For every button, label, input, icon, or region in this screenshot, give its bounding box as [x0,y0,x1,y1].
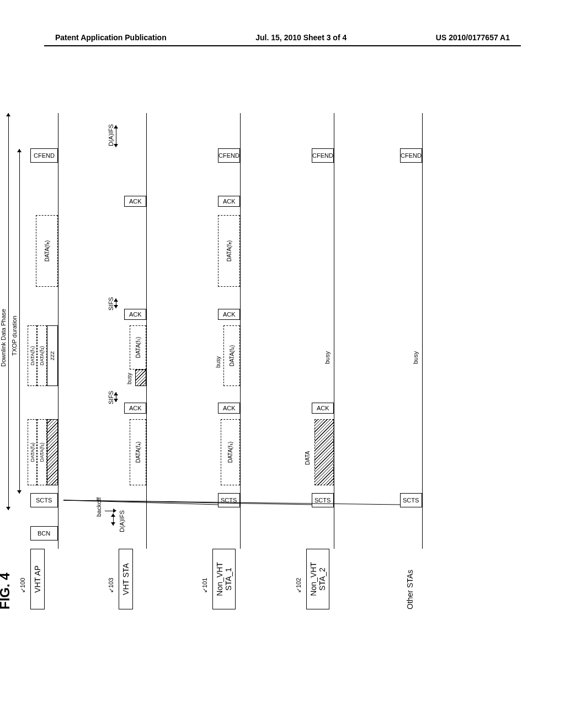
sifs-arrow-2 [116,298,116,308]
nv1-data-f2: DATA(f₂) [223,325,240,386]
sifs-arrow-1 [116,392,116,402]
nv1-data-f3: DATA(f₃) [218,215,240,287]
sta-data-f5: DATA(f₅) [130,325,146,370]
nv2-scts: SCTS [312,493,334,507]
nv2-data-hatch [315,419,334,485]
nv1-data-f1: DATA(f₁) [221,419,240,485]
lane-nonvht2-text: Non_VHT STA_2 [309,562,327,596]
sta-data-f4: DATA(f₄) [130,419,146,485]
daifs-arrow-1 [113,513,114,526]
lane-nonvht1-id: ↙101 [201,578,209,593]
nv2-busy: busy [324,351,331,364]
sifs-label-2: SIFS [108,297,114,311]
other-cfend: CFEND [400,148,422,163]
phase-label-txop: TXOP duration [11,315,18,356]
ap-data-f2: DATA(f₂) [37,325,47,386]
nv1-ack-1: ACK [218,403,240,414]
header-left: Patent Application Publication [55,33,167,42]
sta-ack-1: ACK [124,403,146,414]
sta-busy-hatch [135,370,146,386]
svg-line-0 [63,500,218,505]
other-scts: SCTS [400,493,422,507]
figure-label: FIG. 4 [0,572,13,609]
page-header: Patent Application Publication Jul. 15, … [0,33,565,42]
header-right: US 2010/0177657 A1 [436,33,510,42]
sta-busy-label: busy [126,373,132,384]
daifs-arrow-2 [116,125,116,147]
lane-vht-ap-text: VHT AP [33,565,42,593]
ap-data-hatched [47,419,58,485]
lifeline-vht-sta [146,113,147,549]
lane-nonvht2: Non_VHT STA_2 [306,549,329,609]
nv1-busy-label: busy [215,356,221,368]
lifeline-nonvht2 [334,113,334,549]
lane-other: Other STAs [406,570,414,609]
lane-nonvht2-id: ↙102 [295,578,302,593]
ap-data-f3: DATA(f₃) [36,215,58,287]
page: Patent Application Publication Jul. 15, … [0,0,565,728]
lane-vht-sta-id: ↙103 [108,578,115,593]
nv2-ack: ACK [312,403,334,414]
ap-zzz: ZZZ [47,325,58,386]
header-center: Jul. 15, 2010 Sheet 3 of 4 [255,33,347,42]
daifs-label-1: D(A)IFS [119,510,125,532]
lifeline-vht-ap [58,113,58,549]
nv1-cfend: CFEND [218,148,240,163]
sta-ack-2: ACK [124,309,146,320]
lane-vht-sta-text: VHT STA [121,563,130,595]
backoff-label: backoff [95,497,102,517]
sta-ack-3: ACK [124,196,146,207]
bcn-box: BCN [30,526,58,540]
phase-arrow-dl [8,113,9,510]
header-rule [44,45,521,46]
nv1-ack-3: ACK [218,196,240,207]
lifeline-nonvht1 [240,113,241,549]
sifs-label-1: SIFS [108,391,114,404]
lane-vht-sta: VHT STA [119,549,133,609]
nv2-data-label: DATA [305,451,311,465]
ap-data-f5: DATA(f₅) [28,325,37,386]
nv2-cfend: CFEND [312,148,334,163]
nv1-ack-2: ACK [218,309,240,320]
lane-vht-ap: VHT AP [30,549,45,609]
other-busy: busy [412,351,419,364]
lane-nonvht1: Non_VHT STA_1 [212,549,236,609]
phase-label-dl: Downlink Data Phase [0,309,7,367]
lane-nonvht1-text: Non_VHT STA_1 [215,562,233,596]
lifeline-other [422,113,423,549]
daifs-label-2: D(A)IFS [108,124,114,146]
backoff-lead [105,511,113,511]
ap-data-f1: DATA(f₁) [37,419,47,485]
scts-ap: SCTS [30,493,58,507]
phase-arrow-txop [19,149,20,494]
nv1-scts: SCTS [218,493,240,507]
ap-data-f4: DATA(f₄) [28,419,37,485]
lane-vht-ap-id: ↙100 [19,578,26,593]
cfend-ap: CFEND [30,148,58,163]
timing-diagram: FIG. 4 VHT AP ↙100 VHT STA ↙103 Non_VHT … [25,135,549,587]
